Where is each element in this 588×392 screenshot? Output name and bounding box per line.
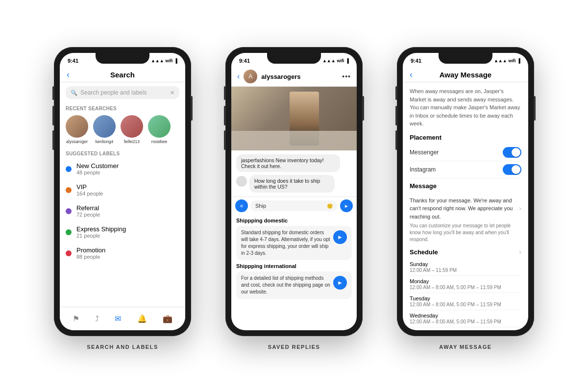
away-custom-note: You can customize your message to let pe… <box>410 222 521 243</box>
chat-messages: jasperfashions New inventory today! Chec… <box>231 150 357 196</box>
username-feifei213: feifei213 <box>124 139 140 144</box>
schedule-section-title: Schedule <box>410 248 438 256</box>
search-title: Search <box>110 71 135 79</box>
schedule-tuesday[interactable]: Tuesday 12:00 AM – 8:00 AM, 5:00 PM – 11… <box>410 293 521 310</box>
wifi-icon-2: wifi <box>337 58 344 63</box>
avatar-alyssaroger <box>66 115 88 138</box>
quick-reply-button[interactable]: « <box>235 199 248 212</box>
chat-back-button[interactable]: ‹ <box>237 72 240 81</box>
suggested-labels-label: SUGGESTED LABELS <box>60 148 185 158</box>
away-message-row[interactable]: Thanks for your message. We're away and … <box>410 193 521 223</box>
recent-user-4[interactable]: rosiebee <box>148 115 171 144</box>
nav-chart-icon[interactable]: ⤴ <box>95 315 99 323</box>
recent-user-3[interactable]: feifei213 <box>121 115 143 144</box>
recent-user-2[interactable]: kenliong4 <box>93 115 116 144</box>
suggestion-card-2[interactable]: For a detailed list of shipping methods … <box>236 271 352 299</box>
nav-inbox-icon[interactable]: ✉ <box>115 314 121 323</box>
schedule-chevron-icon: › <box>519 248 521 256</box>
signal-icon-3: ▲▲▲ <box>494 58 507 63</box>
phone3-screen: 9:41 ▲▲▲ wifi ▐ ‹ Away Message When away… <box>403 53 528 330</box>
away-description: When away messages are on, Jasper's Mark… <box>410 87 521 128</box>
label-referral[interactable]: Referral 72 people <box>60 200 185 221</box>
emoji-icon[interactable]: 🙂 <box>327 203 333 209</box>
label-promotion[interactable]: Promotion 88 people <box>60 243 185 264</box>
away-back-button[interactable]: ‹ <box>410 70 413 80</box>
business-message: jasperfashions New inventory today! Chec… <box>236 154 340 172</box>
notch <box>96 53 149 64</box>
suggestion1-text: Standard shipping for domestic orders wi… <box>241 229 330 257</box>
suggestion1-title-rest: pping domestic <box>248 218 288 223</box>
suggestion1-send-button[interactable]: ► <box>333 230 347 244</box>
suggestion2-text: For a detailed list of shipping methods … <box>241 275 330 295</box>
schedule-day-sunday: Sunday <box>410 261 521 267</box>
schedule-day-tuesday: Tuesday <box>410 295 521 301</box>
schedule-header-row[interactable]: Schedule › <box>410 247 521 257</box>
schedule-time-sunday: 12:00 AM – 11:59 PM <box>410 268 521 273</box>
label-express-shipping[interactable]: Express Shipping 21 people <box>60 221 185 243</box>
business-message-text: jasperfashions New inventory today! Chec… <box>241 157 324 169</box>
chat-more-options[interactable]: ••• <box>342 73 351 80</box>
schedule-thursday[interactable]: Thursday 12:00 AM – 5:00 PM – 11:59 PM <box>410 327 521 330</box>
away-content: When away messages are on, Jasper's Mark… <box>403 82 528 330</box>
status-time-1: 9:41 <box>68 58 78 64</box>
status-time-3: 9:41 <box>411 58 421 64</box>
reply-input-field[interactable]: Ship 🙂 <box>250 200 338 211</box>
phone3-caption: AWAY MESSAGE <box>439 344 491 350</box>
schedule-monday[interactable]: Monday 12:00 AM – 8:00 AM, 5:00 PM – 11:… <box>410 276 521 293</box>
messenger-toggle[interactable] <box>503 147 521 158</box>
avatar-kenliong4 <box>93 115 116 138</box>
schedule-day-wednesday: Wednesday <box>410 313 521 318</box>
recent-user-1[interactable]: alyssaroger <box>66 115 88 144</box>
phone2-screen-content: ‹ A alyssarogers ••• jasperfashions New … <box>231 67 357 330</box>
schedule-day-thursday: Thursday <box>410 330 521 330</box>
schedule-time-wednesday: 12:00 AM – 8:00 AM, 5:00 PM – 11:59 PM <box>410 319 521 324</box>
search-input-placeholder[interactable]: Search people and labels <box>80 89 167 96</box>
suggestion-card-1[interactable]: Standard shipping for domestic orders wi… <box>236 226 352 260</box>
instagram-label: Instagram <box>410 166 436 173</box>
send-button[interactable]: ► <box>340 199 353 212</box>
username-rosiebee: rosiebee <box>151 139 168 144</box>
label-vip[interactable]: VIP 164 people <box>60 179 185 200</box>
instagram-toggle[interactable] <box>503 164 521 175</box>
signal-icon-2: ▲▲▲ <box>322 58 336 63</box>
label-count-promotion: 88 people <box>76 254 105 260</box>
nav-briefcase-icon[interactable]: 💼 <box>163 314 172 323</box>
nav-flag-icon[interactable]: ⚑ <box>73 314 79 323</box>
nav-bell-icon[interactable]: 🔔 <box>137 314 147 323</box>
user-message-text: How long does it take to ship within the… <box>254 178 320 190</box>
search-bar[interactable]: 🔍 Search people and labels ✕ <box>66 86 179 99</box>
notch-3 <box>439 53 492 64</box>
back-button-1[interactable]: ‹ <box>67 70 70 80</box>
label-name-referral: Referral <box>76 204 100 212</box>
phone3-frame: 9:41 ▲▲▲ wifi ▐ ‹ Away Message When away… <box>397 47 534 336</box>
label-new-customer[interactable]: New Customer 48 people <box>60 158 185 179</box>
reply-input-area: « Ship 🙂 ► <box>231 196 357 215</box>
notch-2 <box>267 53 321 64</box>
user-message-container: How long does it take to ship within the… <box>236 175 335 193</box>
schedule-sunday[interactable]: Sunday 12:00 AM – 11:59 PM <box>410 259 521 276</box>
label-count-express: 21 people <box>76 233 126 239</box>
suggestion2-title-rest: pping international <box>248 263 296 269</box>
away-message-title: Away Message <box>440 71 491 79</box>
label-name-new-customer: New Customer <box>76 162 119 170</box>
signal-icon: ▲▲▲ <box>151 58 164 63</box>
battery-icon-3: ▐ <box>517 58 520 63</box>
suggestion2-title: Shippping international <box>236 263 352 269</box>
label-dot-new-customer <box>66 166 72 172</box>
suggestion2-bold: Ship <box>236 263 248 269</box>
suggestion1-bold: Ship <box>236 218 248 223</box>
status-time-2: 9:41 <box>239 58 250 64</box>
image-caption-overlay <box>231 131 357 150</box>
recent-searches-list: alyssaroger kenliong4 feifei213 ros <box>60 113 185 148</box>
label-name-express: Express Shipping <box>76 225 126 233</box>
suggestion2-send-button[interactable]: ► <box>333 276 347 290</box>
label-info-referral: Referral 72 people <box>76 204 100 218</box>
clear-search-icon[interactable]: ✕ <box>170 90 174 96</box>
phone1-screen: 9:41 ▲▲▲ wifi ▐ ‹ Search 🔍 Search people… <box>60 53 185 330</box>
phone1-section: 9:41 ▲▲▲ wifi ▐ ‹ Search 🔍 Search people… <box>44 47 201 350</box>
schedule-wednesday[interactable]: Wednesday 12:00 AM – 8:00 AM, 5:00 PM – … <box>410 310 521 327</box>
away-header: ‹ Away Message <box>403 67 528 82</box>
instagram-toggle-row: Instagram <box>410 161 521 178</box>
label-dot-promotion <box>66 250 72 256</box>
avatar-feifei213 <box>121 115 143 138</box>
